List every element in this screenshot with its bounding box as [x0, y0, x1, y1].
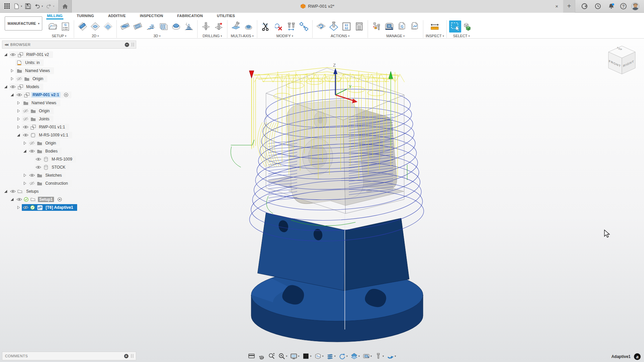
- tree-row-content[interactable]: Setup1: [15, 196, 65, 203]
- visibility-off-icon[interactable]: [16, 77, 22, 81]
- tool-display-icon[interactable]: ▾: [374, 352, 385, 360]
- browser-header[interactable]: ◀◀ BROWSER −: [2, 41, 136, 49]
- tree-item-label[interactable]: Joints: [38, 116, 51, 122]
- multi-axis-group-label[interactable]: MULTI-AXIS ▾: [231, 33, 254, 39]
- setup-group-label[interactable]: SETUP ▾: [52, 33, 66, 39]
- visibility-on-icon[interactable]: [16, 197, 22, 202]
- visibility-on-icon[interactable]: [23, 133, 29, 137]
- tree-item-label[interactable]: Models: [25, 84, 41, 89]
- file-menu-caret[interactable]: ▾: [21, 5, 22, 8]
- expander-closed-icon[interactable]: [16, 117, 21, 121]
- orbit-box-icon[interactable]: [247, 352, 256, 360]
- expander-open-icon[interactable]: [3, 52, 8, 57]
- home-tab[interactable]: [58, 0, 72, 13]
- browser-resize-grip[interactable]: [132, 43, 134, 47]
- tree-item-label[interactable]: Sketches: [44, 173, 63, 178]
- new-tab-button[interactable]: +: [563, 0, 575, 13]
- adaptive-3d-icon[interactable]: [119, 20, 131, 33]
- face-2d-icon[interactable]: [76, 20, 89, 33]
- tree-item-label[interactable]: Named Views: [30, 100, 58, 106]
- tree-item-label[interactable]: Setups: [25, 189, 40, 194]
- steps-3d-icon[interactable]: [145, 20, 157, 33]
- comments-bar[interactable]: COMMENTS +: [2, 352, 136, 360]
- tree-row-content[interactable]: Units: in: [15, 59, 44, 66]
- visibility-off-icon[interactable]: [29, 141, 35, 145]
- tree-row[interactable]: Setup1: [2, 195, 136, 203]
- visibility-off-icon[interactable]: [23, 109, 29, 113]
- comments-resize-grip[interactable]: [131, 354, 133, 358]
- tree-row[interactable]: Named Views: [2, 67, 136, 75]
- tree-row[interactable]: Construction: [2, 179, 136, 187]
- tree-row-content[interactable]: Origin: [28, 140, 60, 146]
- expander-closed-icon[interactable]: [16, 205, 21, 210]
- toolpath-display-icon[interactable]: ▾: [386, 352, 397, 360]
- expander-open-icon[interactable]: [3, 189, 8, 194]
- tree-row[interactable]: Joints: [2, 115, 136, 123]
- activate-radio-icon[interactable]: [64, 93, 69, 98]
- tree-item-label[interactable]: M-RS-1009: [50, 157, 73, 162]
- tree-row-content[interactable]: Models: [9, 83, 43, 90]
- visibility-on-icon[interactable]: [29, 173, 35, 178]
- tree-row[interactable]: RWP-001 v2:1: [2, 91, 136, 99]
- machine-display-icon[interactable]: ▾: [362, 352, 373, 360]
- tree-item-label[interactable]: RWP-001 v2:1: [31, 92, 60, 98]
- tree-row-content[interactable]: Joints: [22, 116, 53, 122]
- notifications-bell-icon[interactable]: [607, 2, 615, 11]
- tree-row-content[interactable]: Bodies: [28, 148, 62, 155]
- edit-points-icon[interactable]: [298, 20, 310, 33]
- inspect-group-label[interactable]: INSPECT ▾: [426, 33, 444, 39]
- tree-row-content[interactable]: STOCK: [35, 164, 69, 171]
- tree-item-label[interactable]: Units: in: [24, 60, 41, 65]
- viewports-icon[interactable]: ▾: [313, 352, 324, 360]
- post-library-icon[interactable]: G: [396, 20, 408, 33]
- expander-closed-icon[interactable]: [16, 109, 21, 113]
- browser-minus-icon[interactable]: −: [125, 43, 129, 47]
- pan-hand-icon[interactable]: [257, 352, 266, 360]
- layers-diamond-icon[interactable]: ▾: [350, 352, 361, 360]
- tool-library-icon[interactable]: [370, 20, 382, 33]
- tree-item-label[interactable]: [T6] Adaptive1: [44, 205, 74, 210]
- tree-item-label[interactable]: Origin: [38, 108, 51, 114]
- expander-closed-icon[interactable]: [16, 125, 21, 129]
- expander-closed-icon[interactable]: [16, 101, 21, 105]
- tab-additive[interactable]: ADDITIVE: [107, 13, 126, 18]
- expander-open-icon[interactable]: [10, 93, 14, 97]
- tree-item-label[interactable]: Named Views: [24, 68, 51, 73]
- help-icon[interactable]: ?: [620, 3, 627, 9]
- drilling-group-label[interactable]: DRILLING ▾: [203, 33, 222, 39]
- tab-inspection[interactable]: INSPECTION: [139, 13, 164, 18]
- expander-open-icon[interactable]: [22, 149, 27, 154]
- tree-row[interactable]: Origin: [2, 75, 136, 83]
- templates-icon[interactable]: [409, 20, 421, 33]
- tree-row[interactable]: [T6] Adaptive1: [2, 203, 136, 212]
- document-tab[interactable]: RWP-001 v2* ×: [72, 0, 563, 13]
- tree-row[interactable]: RWP-001 v1:1: [2, 123, 136, 131]
- visibility-on-icon[interactable]: [36, 165, 41, 170]
- redo-icon[interactable]: [44, 2, 53, 11]
- display-monitor-icon[interactable]: ▾: [289, 352, 300, 360]
- visibility-off-icon[interactable]: [29, 181, 35, 186]
- modify-group-label[interactable]: MODIFY ▾: [276, 33, 293, 39]
- viewport-canvas[interactable]: Z Y ◀◀ BROWSER − RWP-001 v2Units: inName…: [0, 39, 644, 362]
- spiral-3d-icon[interactable]: [183, 20, 195, 33]
- close-tab-icon[interactable]: ×: [553, 3, 560, 10]
- job-gcode-icon[interactable]: G: [59, 20, 71, 33]
- save-icon[interactable]: [23, 2, 32, 11]
- drill-plus-icon[interactable]: [213, 20, 225, 33]
- tab-fabrication[interactable]: FABRICATION: [176, 13, 204, 18]
- expander-closed-icon[interactable]: [10, 68, 14, 73]
- activate-radio-icon[interactable]: [57, 197, 62, 202]
- visibility-on-icon[interactable]: [10, 85, 16, 89]
- contour-2d-icon[interactable]: [102, 20, 114, 33]
- tree-row-content[interactable]: M-RS-1009 v1:1: [22, 132, 72, 138]
- visibility-on-icon[interactable]: [10, 189, 16, 194]
- visibility-on-icon[interactable]: [29, 149, 35, 154]
- file-menu-icon[interactable]: [12, 2, 21, 11]
- visibility-off-icon[interactable]: [23, 117, 29, 121]
- tree-row-content[interactable]: RWP-001 v2: [9, 51, 53, 58]
- tool-reorder-icon[interactable]: [285, 20, 297, 33]
- tree-row[interactable]: Units: in: [2, 59, 136, 67]
- user-avatar[interactable]: [631, 2, 639, 10]
- pocket-2d-icon[interactable]: [89, 20, 101, 33]
- tree-item-label[interactable]: Origin: [44, 140, 57, 146]
